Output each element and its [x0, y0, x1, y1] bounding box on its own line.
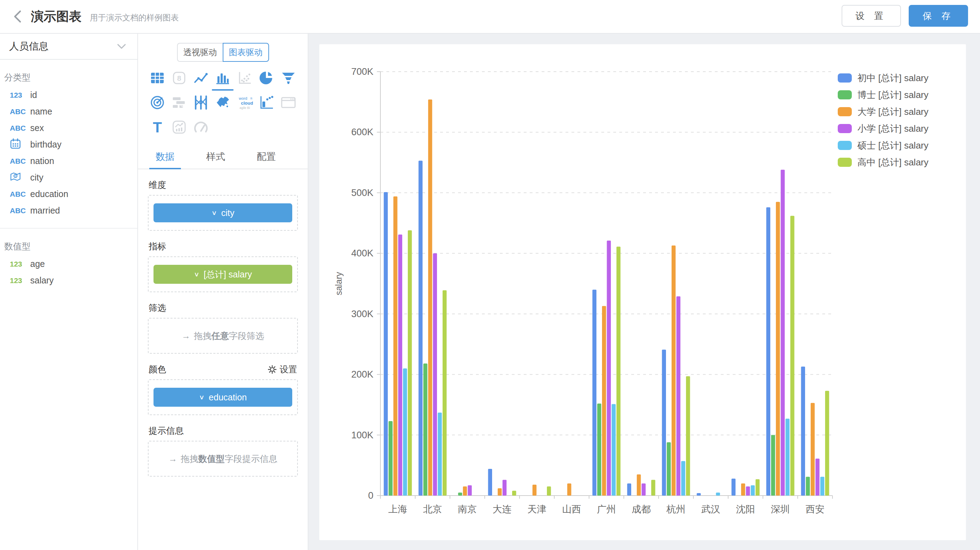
bar	[438, 413, 442, 496]
svg-text:100K: 100K	[351, 430, 373, 440]
svg-text:成都: 成都	[632, 504, 651, 515]
scatter-chart-icon	[234, 69, 256, 87]
dataset-name: 人员信息	[9, 40, 48, 53]
chevron-down-icon: ∨	[199, 394, 204, 401]
bar	[642, 483, 646, 496]
svg-text:天津: 天津	[528, 504, 547, 515]
back-chevron-icon	[11, 10, 24, 24]
svg-text:北京: 北京	[423, 504, 442, 515]
legend-item[interactable]: 大学 [总计] salary	[838, 103, 928, 120]
back-button[interactable]	[6, 5, 29, 28]
bar	[776, 202, 780, 496]
parallel-chart-icon[interactable]	[190, 94, 212, 112]
bar	[403, 369, 407, 496]
bar	[433, 253, 438, 496]
color-dropzone[interactable]: ∨ education	[148, 379, 298, 415]
bar	[785, 419, 790, 496]
text-type-icon: ABC	[10, 207, 30, 215]
bar	[567, 483, 571, 496]
bar	[637, 474, 641, 496]
save-button[interactable]: 保 存	[909, 5, 968, 27]
chart-config-panel: 透视驱动 图表驱动 8word云cloudagile BiT 数据 样式 配置 …	[138, 34, 309, 550]
line-chart-icon[interactable]	[190, 69, 212, 87]
pie-chart-icon[interactable]	[256, 69, 277, 87]
bar	[423, 364, 428, 496]
field-item-married[interactable]: ABCmarried	[0, 202, 137, 219]
combo-chart-icon[interactable]	[256, 94, 277, 112]
bar	[388, 421, 393, 496]
field-item-city[interactable]: city	[0, 169, 137, 186]
tab-config[interactable]: 配置	[255, 145, 278, 168]
bar	[408, 230, 412, 496]
svg-text:salary: salary	[334, 272, 344, 296]
bar	[463, 486, 467, 496]
bar	[751, 485, 755, 496]
legend-item[interactable]: 高中 [总计] salary	[838, 154, 928, 171]
dimension-chip-city[interactable]: ∨ city	[153, 203, 292, 222]
text-type-icon: ABC	[10, 157, 30, 165]
bar	[384, 192, 388, 496]
bar	[771, 435, 775, 496]
field-item-birthday[interactable]: birthday	[0, 136, 137, 153]
bar	[393, 196, 398, 496]
field-item-salary[interactable]: 123salary	[0, 272, 137, 289]
china-map-icon[interactable]	[212, 94, 234, 112]
metric-label: 指标	[149, 241, 166, 252]
bar	[667, 442, 671, 496]
mode-toggle: 透视驱动 图表驱动	[177, 43, 269, 62]
tab-chart-driven[interactable]: 图表驱动	[223, 43, 269, 62]
field-item-age[interactable]: 123age	[0, 256, 137, 272]
svg-text:700K: 700K	[351, 67, 373, 77]
legend-item[interactable]: 硕士 [总计] salary	[838, 137, 928, 154]
bar	[398, 235, 402, 496]
bar	[547, 486, 551, 496]
svg-text:武汉: 武汉	[702, 504, 721, 515]
bar-chart-icon[interactable]	[212, 69, 234, 87]
dataset-selector[interactable]: 人员信息	[0, 34, 137, 60]
radar-chart-icon[interactable]	[146, 94, 168, 112]
svg-text:南京: 南京	[458, 504, 477, 515]
tooltip-dropzone[interactable]: → 拖拽数值型字段提示信息	[148, 441, 298, 477]
color-settings-button[interactable]: 设置	[268, 364, 297, 375]
bar	[816, 459, 820, 496]
table-icon[interactable]	[146, 69, 168, 87]
legend-item[interactable]: 小学 [总计] salary	[838, 120, 928, 137]
bar	[811, 403, 815, 496]
text-type-icon: ABC	[10, 108, 30, 116]
numeric-type-icon: 123	[10, 260, 30, 268]
page-subtitle: 用于演示文档的样例图表	[90, 12, 179, 23]
filter-dropzone[interactable]: → 拖拽任意字段筛选	[148, 318, 298, 354]
dimension-dropzone[interactable]: ∨ city	[148, 195, 298, 231]
bar	[498, 488, 502, 496]
bar	[419, 161, 423, 496]
bar	[756, 479, 760, 496]
color-label: 颜色	[149, 364, 166, 375]
svg-text:8: 8	[177, 74, 181, 82]
metric-chip-salary[interactable]: ∨ [总计] salary	[153, 265, 292, 284]
tab-style[interactable]: 样式	[204, 145, 227, 168]
field-item-id[interactable]: 123id	[0, 87, 137, 103]
field-item-nation[interactable]: ABCnation	[0, 153, 137, 169]
tab-data[interactable]: 数据	[153, 145, 177, 168]
bar	[732, 479, 736, 496]
numeric-type-icon: 123	[10, 91, 30, 99]
funnel-chart-icon[interactable]	[277, 69, 299, 87]
bar	[503, 480, 507, 496]
color-chip-education[interactable]: ∨ education	[153, 388, 292, 407]
bar	[627, 483, 632, 496]
svg-text:广州: 广州	[597, 504, 616, 515]
legend-item[interactable]: 初中 [总计] salary	[838, 70, 928, 86]
field-item-name[interactable]: ABCname	[0, 103, 137, 120]
settings-button[interactable]: 设 置	[842, 5, 901, 27]
svg-text:深圳: 深圳	[771, 504, 790, 515]
tab-pivot-driven[interactable]: 透视驱动	[177, 43, 223, 62]
bar	[458, 493, 462, 496]
field-item-education[interactable]: ABCeducation	[0, 186, 137, 202]
field-item-sex[interactable]: ABCsex	[0, 120, 137, 136]
metric-dropzone[interactable]: ∨ [总计] salary	[148, 256, 298, 292]
legend-item[interactable]: 博士 [总计] salary	[838, 86, 928, 103]
word-cloud-icon[interactable]: word云cloudagile Bi	[234, 94, 256, 112]
map-pin-icon	[10, 171, 30, 184]
top-bar: 演示图表 用于演示文档的样例图表 设 置 保 存	[0, 0, 980, 34]
text-chart-icon[interactable]: T	[146, 118, 168, 136]
